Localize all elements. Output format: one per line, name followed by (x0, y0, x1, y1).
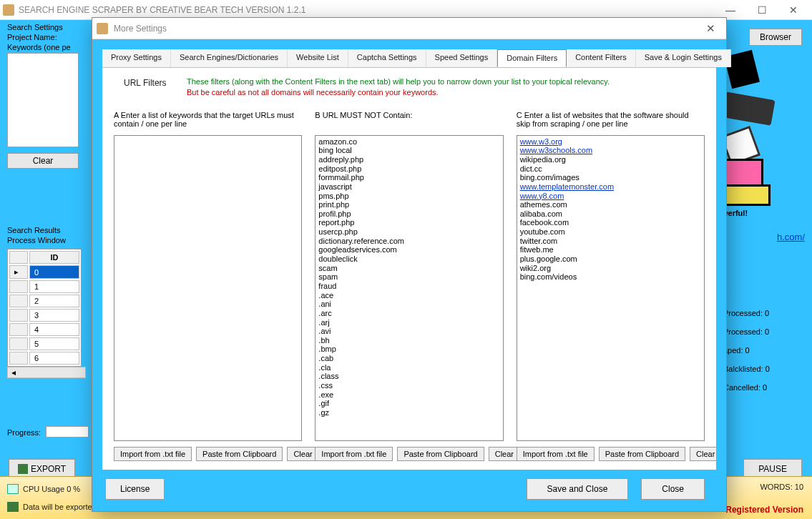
list-item[interactable]: bing.com/images (520, 173, 701, 182)
column-b-label: B URL MUST NOT Contain: (315, 111, 503, 132)
list-item[interactable]: dict.cc (520, 164, 701, 174)
col-b-clear-button[interactable]: Clear (489, 447, 520, 461)
col-b-import-button[interactable]: Import from .txt file (315, 447, 393, 461)
table-row[interactable]: 0 (29, 265, 79, 279)
col-a-paste-button[interactable]: Paste from Clipboard (196, 447, 283, 461)
list-item[interactable]: dictionary.reference.com (318, 237, 499, 246)
tab-search-engines[interactable]: Search Engines/Dictionaries (171, 49, 288, 67)
col-b-paste-button[interactable]: Paste from Clipboard (397, 447, 484, 461)
right-stats-panel: s Processed: 0 Processed: 0 aped: 0 Balc… (723, 290, 802, 402)
list-item[interactable]: alibaba.com (520, 209, 701, 219)
list-item[interactable]: .css (318, 381, 499, 390)
id-column-header[interactable]: ID (29, 251, 79, 264)
close-button[interactable]: Close (641, 478, 705, 500)
tab-save-login-settings[interactable]: Save & Login Settings (636, 49, 731, 67)
list-item[interactable]: spam (318, 272, 499, 282)
col-c-clear-button[interactable]: Clear (690, 447, 716, 461)
horizontal-scrollbar[interactable]: ◂ (7, 367, 86, 378)
browser-button[interactable]: Browser (749, 29, 802, 46)
dialog-close-button[interactable]: ✕ (699, 22, 722, 35)
list-item[interactable]: formmail.php (318, 173, 499, 182)
save-and-close-button[interactable]: Save and Close (527, 478, 629, 500)
list-item[interactable]: youtube.com (520, 227, 701, 237)
cpu-icon (7, 484, 19, 494)
column-c-listbox[interactable]: www.w3.orgwww.w3schools.comwikipedia.org… (517, 135, 705, 441)
stats-scraped: aped: 0 (723, 346, 802, 355)
close-window-button[interactable]: ✕ (778, 0, 809, 20)
cpu-usage-label: CPU Usage 0 % (23, 485, 80, 493)
list-item[interactable]: facebook.com (520, 218, 701, 227)
dialog-titlebar[interactable]: More Settings ✕ (92, 18, 726, 39)
list-item[interactable]: scam (318, 264, 499, 273)
list-item[interactable]: .cla (318, 363, 499, 372)
list-item[interactable]: www.y8.com (520, 192, 701, 201)
col-a-clear-button[interactable]: Clear (287, 447, 318, 461)
project-name-label: Project Name: (7, 33, 84, 41)
tab-content-filters[interactable]: Content Filters (567, 49, 636, 67)
list-item[interactable]: usercp.php (318, 227, 499, 237)
list-item[interactable]: www.w3.org (520, 137, 701, 147)
list-item[interactable]: print.php (318, 200, 499, 209)
list-item[interactable]: .ace (318, 291, 499, 300)
column-b-listbox[interactable]: amazon.cobing localaddreply.phpeditpost.… (315, 135, 503, 441)
list-item[interactable]: .exe (318, 390, 499, 400)
list-item[interactable]: pms.php (318, 192, 499, 201)
list-item[interactable]: athemes.com (520, 200, 701, 209)
list-item[interactable]: bing local (318, 146, 499, 155)
excel-icon (18, 464, 28, 474)
list-item[interactable]: googleadservices.com (318, 245, 499, 254)
list-item[interactable]: fitweb.me (520, 245, 701, 254)
tab-captcha-settings[interactable]: Captcha Settings (348, 49, 426, 67)
table-row[interactable]: 4 (29, 323, 79, 336)
url-filters-description: These filters (along with the Content Fi… (187, 76, 610, 98)
col-a-import-button[interactable]: Import from .txt file (114, 447, 192, 461)
list-item[interactable]: plus.google.com (520, 254, 701, 264)
list-item[interactable]: bing.com/videos (520, 272, 701, 282)
list-item[interactable]: .arj (318, 318, 499, 327)
search-settings-panel: Search Settings Project Name: Keywords (… (7, 24, 84, 169)
list-item[interactable]: report.php (318, 218, 499, 227)
list-item[interactable]: javascript (318, 182, 499, 192)
tab-website-list[interactable]: Website List (288, 49, 348, 67)
list-item[interactable]: .bh (318, 336, 499, 345)
list-item[interactable]: twitter.com (520, 237, 701, 246)
list-item[interactable]: .class (318, 372, 499, 381)
column-c: C Enter a list of websites that the soft… (517, 111, 705, 461)
list-item[interactable]: amazon.co (318, 137, 499, 147)
list-item[interactable]: doubleclick (318, 254, 499, 264)
clear-keywords-button[interactable]: Clear (7, 153, 79, 169)
table-row[interactable]: 6 (29, 352, 79, 365)
list-item[interactable]: .gif (318, 399, 499, 408)
column-a-listbox[interactable] (114, 135, 302, 441)
list-item[interactable]: editpost.php (318, 164, 499, 174)
maximize-button[interactable]: ☐ (746, 0, 778, 20)
list-item[interactable]: .gz (318, 408, 499, 417)
list-item[interactable]: addreply.php (318, 155, 499, 164)
table-row[interactable]: 5 (29, 337, 79, 350)
table-row[interactable]: 2 (29, 295, 79, 307)
col-c-paste-button[interactable]: Paste from Clipboard (599, 447, 685, 461)
keywords-textbox[interactable] (7, 53, 79, 147)
tab-proxy-settings[interactable]: Proxy Settings (102, 49, 171, 67)
tab-speed-settings[interactable]: Speed Settings (426, 49, 498, 67)
list-item[interactable]: .arc (318, 309, 499, 318)
bg-link[interactable]: h.com/ (777, 232, 805, 242)
list-item[interactable]: profil.php (318, 209, 499, 219)
more-settings-dialog: More Settings ✕ Proxy Settings Search En… (92, 17, 727, 512)
table-row[interactable]: 3 (29, 309, 79, 322)
list-item[interactable]: wiki2.org (520, 264, 701, 273)
list-item[interactable]: wikipedia.org (520, 155, 701, 164)
progress-field[interactable] (46, 426, 89, 438)
col-c-import-button[interactable]: Import from .txt file (517, 447, 595, 461)
list-item[interactable]: fraud (318, 282, 499, 291)
tab-domain-filters[interactable]: Domain Filters (497, 49, 567, 67)
list-item[interactable]: .bmp (318, 345, 499, 354)
list-item[interactable]: www.w3schools.com (520, 146, 701, 155)
license-button[interactable]: License (105, 478, 165, 500)
results-grid[interactable]: ID ▸0 1 2 3 4 5 6 (7, 249, 82, 367)
list-item[interactable]: .ani (318, 300, 499, 309)
list-item[interactable]: .cab (318, 354, 499, 363)
list-item[interactable]: .avi (318, 327, 499, 336)
list-item[interactable]: www.templatemonster.com (520, 182, 701, 192)
table-row[interactable]: 1 (29, 280, 79, 293)
